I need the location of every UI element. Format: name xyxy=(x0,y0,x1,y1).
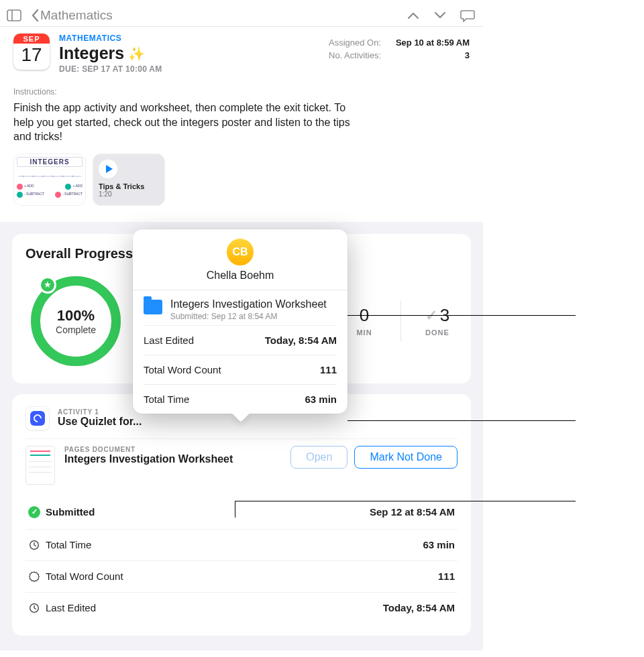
popover-doc-title: Integers Investigation Worksheet xyxy=(170,298,327,310)
document-kind: PAGES DOCUMENT xyxy=(64,446,281,453)
assigned-on-value: Sep 10 at 8:59 AM xyxy=(396,38,470,48)
row-last-edited: Last Edited Today, 8:54 AM xyxy=(25,592,458,623)
stat-done: ✓3 DONE xyxy=(417,305,458,337)
check-circle-icon: ✓ xyxy=(28,506,40,518)
popover-row-last-edited: Last Edited Today, 8:54 AM xyxy=(144,325,337,355)
video-title: Tips & Tricks xyxy=(99,182,159,190)
num-activities-label: No. Activities: xyxy=(329,50,381,60)
student-popover: CB Chella Boehm Integers Investigation W… xyxy=(133,229,347,414)
total-time-value: 63 min xyxy=(423,539,455,550)
svg-point-3 xyxy=(23,176,25,178)
svg-rect-0 xyxy=(7,10,21,21)
popover-row-total-time: Total Time 63 min xyxy=(144,385,337,414)
activity-title: Use Quizlet for... xyxy=(58,416,142,428)
svg-point-4 xyxy=(32,176,34,178)
student-name: Chella Boehm xyxy=(140,270,341,282)
assignment-title: Integers xyxy=(59,44,124,63)
comment-icon[interactable] xyxy=(460,9,475,22)
document-row: PAGES DOCUMENT Integers Investigation Wo… xyxy=(25,438,458,485)
calendar-icon: SEP 17 xyxy=(13,34,50,70)
svg-point-6 xyxy=(52,176,54,178)
poster-title: INTEGERS xyxy=(17,157,83,167)
attachment-video[interactable]: Tips & Tricks 1:20 xyxy=(93,154,165,206)
num-activities-value: 3 xyxy=(465,50,470,60)
attachments-row: INTEGERS + ADD+ ADD - SUBTRACT- SUBTRACT… xyxy=(0,144,483,218)
word-count-value: 111 xyxy=(438,571,455,582)
play-icon xyxy=(99,160,117,178)
stat-done-label: DONE xyxy=(417,328,458,337)
video-duration: 1:20 xyxy=(99,190,159,198)
instructions-label: Instructions: xyxy=(0,76,483,101)
svg-point-8 xyxy=(72,176,74,178)
attachment-poster[interactable]: INTEGERS + ADD+ ADD - SUBTRACT- SUBTRACT xyxy=(13,154,86,206)
mark-not-done-button[interactable]: Mark Not Done xyxy=(354,446,458,469)
open-button[interactable]: Open xyxy=(290,446,347,469)
progress-percent: 100% xyxy=(57,307,95,324)
popover-edited-label: Last Edited xyxy=(144,335,194,346)
activity-card: ACTIVITY 1 Use Quizlet for... PAGES DOCU… xyxy=(12,394,471,636)
chevron-left-icon xyxy=(31,9,39,22)
row-total-time: Total Time 63 min xyxy=(25,529,458,560)
popover-document[interactable]: Integers Investigation Worksheet Submitt… xyxy=(133,290,347,325)
callout-line xyxy=(235,501,235,518)
popover-row-word-count: Total Word Count 111 xyxy=(144,355,337,384)
popover-edited-value: Today, 8:54 AM xyxy=(265,335,337,346)
activity-index-label: ACTIVITY 1 xyxy=(58,408,142,416)
sparkles-icon: ✨ xyxy=(128,46,145,62)
popover-time-value: 63 min xyxy=(305,394,337,405)
progress-ring: ★ 100% Complete xyxy=(25,271,126,371)
clock-icon xyxy=(28,539,40,551)
chevron-up-icon[interactable] xyxy=(407,11,420,20)
back-button[interactable]: Mathematics xyxy=(31,8,113,23)
activity-stats: ✓ Submitted Sep 12 at 8:54 AM Total Time… xyxy=(25,495,458,623)
popover-time-label: Total Time xyxy=(144,394,189,405)
popover-words-value: 111 xyxy=(320,364,337,375)
last-edited-label: Last Edited xyxy=(46,602,96,613)
instructions-text: Finish the app activity and worksheet, t… xyxy=(0,101,376,144)
submitted-value: Sep 12 at 8:54 AM xyxy=(370,506,455,518)
last-edited-value: Today, 8:54 AM xyxy=(383,602,455,613)
chevron-down-icon[interactable] xyxy=(433,11,447,20)
total-time-label: Total Time xyxy=(46,539,91,550)
progress-complete-label: Complete xyxy=(56,324,96,335)
navbar: Mathematics xyxy=(0,0,483,27)
calendar-month: SEP xyxy=(13,34,50,44)
stat-divider xyxy=(400,301,401,341)
avatar-initials: CB xyxy=(232,246,248,258)
svg-point-5 xyxy=(42,176,44,178)
document-thumbnail-icon xyxy=(25,446,55,485)
badge-icon xyxy=(28,571,40,583)
due-text: DUE: SEP 17 AT 10:00 AM xyxy=(59,64,162,74)
stat-min-label: MIN xyxy=(344,328,384,337)
row-word-count: Total Word Count 111 xyxy=(25,560,458,592)
submitted-label: Submitted xyxy=(46,506,95,518)
folder-icon xyxy=(144,300,162,314)
svg-point-7 xyxy=(62,176,64,178)
callout-line xyxy=(347,420,576,421)
back-label: Mathematics xyxy=(40,8,113,23)
assigned-on-label: Assigned On: xyxy=(329,38,381,48)
calendar-day: 17 xyxy=(13,44,50,66)
document-title: Integers Investigation Worksheet xyxy=(64,453,281,465)
avatar: CB xyxy=(227,239,254,265)
sidebar-toggle-icon[interactable] xyxy=(7,9,21,21)
word-count-label: Total Word Count xyxy=(46,571,123,582)
stat-min: 0 MIN xyxy=(344,305,384,337)
quizlet-app-icon xyxy=(25,406,50,430)
callout-line xyxy=(235,501,576,501)
subject-label: MATHEMATICS xyxy=(59,34,162,43)
clock-icon xyxy=(28,602,40,614)
callout-line xyxy=(347,315,576,316)
assignment-header: SEP 17 MATHEMATICS Integers ✨ DUE: SEP 1… xyxy=(0,27,483,76)
popover-words-label: Total Word Count xyxy=(144,364,221,375)
popover-doc-subtitle: Submitted: Sep 12 at 8:54 AM xyxy=(170,312,327,321)
